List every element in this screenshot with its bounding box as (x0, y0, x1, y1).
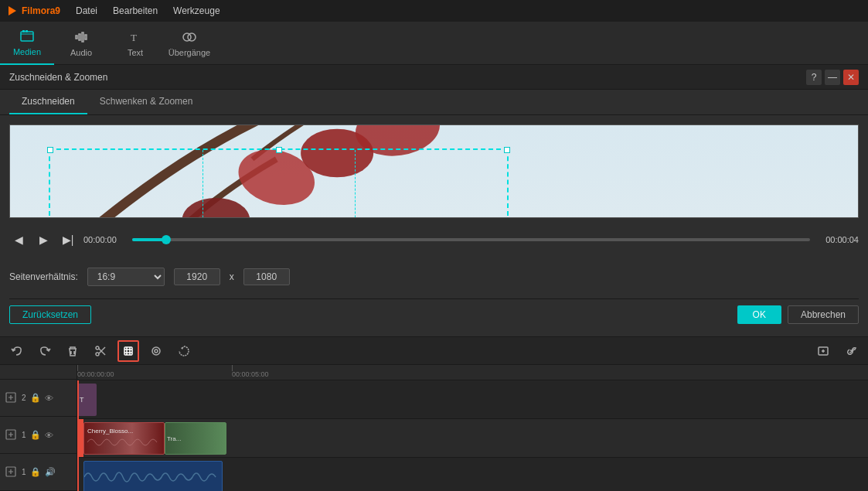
audio-detach-button[interactable] (145, 340, 167, 362)
toolbar-audio[interactable]: Audio (54, 22, 108, 65)
svg-point-33 (96, 346, 99, 349)
reset-button[interactable]: Zurücksetzen (9, 305, 91, 324)
dialog-titlebar: Zuschneiden & Zoomen ? — ✕ (0, 65, 868, 90)
svg-text:T: T (131, 32, 137, 43)
dialog-body: ◀ ▶ ▶| 00:00:00 00:00:04 Seitenverhältni… (0, 115, 868, 336)
toolbar-uebergaenge[interactable]: Übergänge (162, 22, 216, 65)
playback-bar: ◀ ▶ ▶| 00:00:00 00:00:04 (9, 227, 859, 252)
ratio-label: Seitenverhältnis: (9, 271, 78, 282)
track-label-2: 2 🔒 👁 (0, 380, 77, 417)
toolbar-text-label: Text (128, 48, 143, 57)
ruler-mark-5: 00:00:05:00 (232, 365, 269, 380)
cancel-button[interactable]: Abbrechen (788, 305, 859, 324)
track2-icons: 🔒 👁 (29, 392, 54, 404)
dialog-tabs: Zuschneiden Schwenken & Zoomen (0, 90, 868, 115)
dialog-help-button[interactable]: ? (806, 70, 822, 85)
track-label-1: 1 🔒 👁 (0, 417, 77, 454)
audio1-lock-button[interactable]: 🔒 (29, 466, 42, 478)
toolbar-audio-label: Audio (70, 48, 92, 57)
play-button[interactable]: ▶ (34, 230, 53, 249)
audio1-side-btns (3, 462, 19, 482)
add-media-track-button[interactable] (812, 340, 834, 362)
app-logo: Filmora9 (6, 5, 60, 17)
dialog-title: Zuschneiden & Zoomen (9, 72, 107, 83)
dimension-separator: x (230, 271, 234, 282)
bottom-controls: Seitenverhältnis: 16:9 x (9, 261, 859, 289)
time-end: 00:00:04 (816, 235, 859, 244)
svg-rect-3 (26, 30, 28, 32)
playhead[interactable] (77, 380, 79, 491)
audio1-row (77, 458, 868, 491)
track1-add-button[interactable] (5, 428, 17, 442)
svg-point-6 (188, 33, 196, 41)
track2-lock-button[interactable]: 🔒 (29, 392, 42, 404)
menu-datei[interactable]: Datei (70, 4, 104, 18)
menu-werkzeuge[interactable]: Werkzeuge (167, 4, 226, 18)
playback-thumb[interactable] (162, 235, 171, 244)
track1-side-btns (3, 425, 19, 445)
track1-row: Cherry_Blosso... Tra... (77, 419, 868, 458)
track1-lock-button[interactable]: 🔒 (29, 429, 42, 441)
audio-clip[interactable] (83, 461, 223, 491)
time-current: 00:00:00 (83, 235, 126, 244)
toolbar: Medien Audio T Text Übergänge (0, 22, 868, 65)
ruler-mark-0: 00:00:00:00 (77, 365, 114, 380)
timeline-area: 2 🔒 👁 1 🔒 👁 (0, 336, 868, 491)
toolbar-text[interactable]: T Text (108, 22, 162, 65)
clip-cherry[interactable]: Cherry_Blosso... (83, 422, 165, 455)
audio-label-1: 1 🔒 🔊 (0, 454, 77, 491)
crop-tool-button[interactable] (117, 340, 139, 362)
audio1-mute-button[interactable]: 🔊 (44, 466, 56, 478)
track2-add-button[interactable] (5, 391, 17, 405)
track2-row: T (77, 380, 868, 419)
speed-button[interactable] (173, 340, 195, 362)
ok-button[interactable]: OK (737, 305, 781, 324)
crop-dialog: Zuschneiden & Zoomen ? — ✕ Zuschneiden S… (0, 65, 868, 336)
dialog-tab-zuschneiden[interactable]: Zuschneiden (9, 90, 87, 114)
timeline-ruler: 00:00:00:00 00:00:05:00 (77, 365, 868, 380)
toolbar-medien[interactable]: Medien (0, 22, 54, 65)
clip-tra[interactable]: Tra... (165, 422, 226, 455)
svg-rect-1 (21, 32, 33, 41)
step-forward-button[interactable]: ▶| (59, 230, 77, 249)
clip-t[interactable]: T (77, 384, 97, 416)
svg-point-42 (155, 349, 158, 353)
app-name: Filmora9 (22, 5, 60, 16)
track1-eye-button[interactable]: 👁 (44, 429, 54, 441)
dialog-close-button[interactable]: ✕ (843, 70, 859, 85)
track2-eye-button[interactable]: 👁 (44, 392, 54, 404)
audio1-name: 1 (22, 468, 26, 476)
audio1-icons: 🔒 🔊 (29, 466, 56, 478)
toolbar-uebergaenge-label: Übergänge (168, 48, 210, 57)
timeline-right: 00:00:00:00 00:00:05:00 T (77, 365, 868, 491)
undo-button[interactable] (6, 340, 28, 362)
width-input[interactable] (174, 268, 220, 285)
ratio-select[interactable]: 16:9 (87, 268, 165, 286)
toolbar-medien-label: Medien (13, 47, 41, 56)
link-button[interactable] (840, 340, 862, 362)
clip-tra-label: Tra... (165, 434, 182, 444)
delete-button[interactable] (62, 340, 83, 362)
track1-icons: 🔒 👁 (29, 429, 54, 441)
track2-name: 2 (22, 394, 26, 402)
dialog-controls: ? — ✕ (806, 70, 859, 85)
playback-slider[interactable] (132, 238, 810, 241)
redo-button[interactable] (34, 340, 56, 362)
svg-point-41 (152, 347, 160, 355)
svg-rect-2 (22, 30, 25, 32)
cut-button[interactable] (90, 340, 111, 362)
height-input[interactable] (243, 268, 290, 285)
app-window: Filmora9 Datei Bearbeiten Werkzeuge Medi… (0, 0, 868, 491)
tracks-body: T Cherry_Blosso... (77, 380, 868, 491)
track2-side-btns (3, 388, 19, 408)
menu-bearbeiten[interactable]: Bearbeiten (107, 4, 164, 18)
dialog-minimize-button[interactable]: — (825, 70, 840, 85)
timeline-labels: 2 🔒 👁 1 🔒 👁 (0, 365, 77, 491)
timeline-content: 2 🔒 👁 1 🔒 👁 (0, 365, 868, 491)
step-back-button[interactable]: ◀ (9, 230, 28, 249)
audio1-add-button[interactable] (5, 465, 17, 479)
svg-point-32 (96, 353, 99, 356)
track1-name: 1 (22, 431, 26, 439)
svg-marker-0 (9, 6, 16, 15)
dialog-tab-schwenken[interactable]: Schwenken & Zoomen (87, 90, 206, 114)
